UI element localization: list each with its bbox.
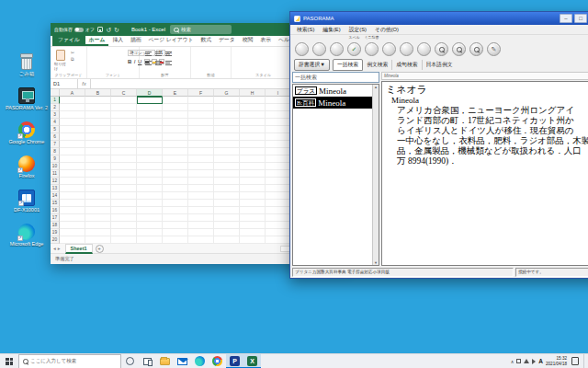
- marker-button[interactable]: ✎: [486, 35, 502, 56]
- cell-H5[interactable]: [240, 126, 266, 133]
- cell-C19[interactable]: [111, 229, 137, 236]
- cell-F19[interactable]: [188, 229, 214, 236]
- cell-I2[interactable]: [266, 104, 291, 111]
- cell-H8[interactable]: [240, 148, 266, 155]
- cell-I17[interactable]: [266, 214, 291, 222]
- column-header-I[interactable]: I: [266, 89, 291, 97]
- cell-G14[interactable]: [214, 192, 240, 200]
- cell-E3[interactable]: [163, 111, 188, 119]
- cell-F9[interactable]: [188, 155, 214, 163]
- cell-F7[interactable]: [188, 141, 214, 148]
- cell-F8[interactable]: [188, 148, 214, 155]
- cell-A5[interactable]: [60, 126, 85, 133]
- action-center-icon[interactable]: [571, 357, 579, 365]
- cell-E13[interactable]: [163, 185, 188, 192]
- cell-E12[interactable]: [163, 178, 188, 185]
- cell-D7[interactable]: [137, 141, 163, 148]
- scroll-up-icon[interactable]: ▲: [374, 85, 378, 89]
- menu-item-3[interactable]: その他(O): [371, 25, 402, 35]
- menu-item-1[interactable]: 編集(E): [319, 25, 344, 35]
- cell-A10[interactable]: [60, 163, 85, 170]
- network-icon[interactable]: [524, 359, 529, 363]
- cell-H16[interactable]: [240, 207, 266, 214]
- row-header-10[interactable]: 10: [51, 163, 60, 170]
- column-header-E[interactable]: E: [163, 89, 188, 97]
- cell-F13[interactable]: [188, 185, 214, 192]
- cell-D18[interactable]: [137, 222, 163, 229]
- cell-A11[interactable]: [60, 170, 85, 178]
- result-item-1[interactable]: B:百科Mineola: [293, 97, 379, 109]
- cell-I4[interactable]: [266, 119, 291, 126]
- cell-D17[interactable]: [137, 214, 163, 222]
- cell-C1[interactable]: [111, 97, 137, 104]
- history-forward-button[interactable]: [416, 35, 432, 56]
- cell-D10[interactable]: [137, 163, 163, 170]
- name-box[interactable]: D1: [51, 79, 78, 88]
- row-header-2[interactable]: 2: [51, 104, 60, 111]
- cell-B16[interactable]: [85, 207, 111, 214]
- autosave-toggle[interactable]: 自動保存 オフ: [54, 27, 95, 32]
- align-middle-icon[interactable]: [155, 52, 162, 56]
- cell-I9[interactable]: [266, 155, 291, 163]
- history-back-button[interactable]: [399, 35, 414, 56]
- desktop-icon-microsoft-edge[interactable]: ↗Microsoft Edge: [4, 224, 50, 247]
- row-header-12[interactable]: 12: [51, 178, 60, 185]
- cell-G4[interactable]: [214, 119, 240, 126]
- dict-search-input[interactable]: 一括検索: [292, 72, 379, 83]
- cell-H18[interactable]: [240, 222, 266, 229]
- cell-B14[interactable]: [85, 192, 111, 200]
- cell-A16[interactable]: [60, 207, 85, 214]
- cell-C14[interactable]: [111, 192, 137, 200]
- cell-D14[interactable]: [137, 192, 163, 200]
- cell-F5[interactable]: [188, 126, 214, 133]
- cell-G1[interactable]: [214, 97, 240, 104]
- cell-E11[interactable]: [163, 170, 188, 178]
- cell-G20[interactable]: [214, 236, 240, 244]
- row-header-3[interactable]: 3: [51, 111, 60, 119]
- cell-I13[interactable]: [266, 185, 291, 192]
- cell-E10[interactable]: [163, 163, 188, 170]
- cell-C8[interactable]: [111, 148, 137, 155]
- desktop-icon-pasorama-installer[interactable]: PASORAMA Ver. 2: [4, 87, 50, 110]
- start-button[interactable]: [0, 354, 18, 368]
- insert-function-icon[interactable]: fx: [78, 79, 91, 88]
- column-header-F[interactable]: F: [188, 89, 214, 97]
- cell-F6[interactable]: [188, 133, 214, 141]
- cell-B6[interactable]: [85, 133, 111, 141]
- cell-F4[interactable]: [188, 119, 214, 126]
- cell-H6[interactable]: [240, 133, 266, 141]
- cell-F10[interactable]: [188, 163, 214, 170]
- task-view-button[interactable]: [139, 354, 156, 368]
- column-header-D[interactable]: D: [137, 89, 163, 97]
- cell-A4[interactable]: [60, 119, 85, 126]
- row-header-15[interactable]: 15: [51, 200, 60, 207]
- align-top-icon[interactable]: [145, 52, 152, 56]
- ime-indicator[interactable]: A: [538, 358, 543, 364]
- cell-B17[interactable]: [85, 214, 111, 222]
- cell-D4[interactable]: [137, 119, 163, 126]
- cell-B13[interactable]: [85, 185, 111, 192]
- cell-C12[interactable]: [111, 178, 137, 185]
- cell-I8[interactable]: [266, 148, 291, 155]
- cell-H15[interactable]: [240, 200, 266, 207]
- cell-E2[interactable]: [163, 104, 188, 111]
- cell-A2[interactable]: [60, 104, 85, 111]
- cell-D3[interactable]: [137, 111, 163, 119]
- cell-C17[interactable]: [111, 214, 137, 222]
- add-sheet-button[interactable]: +: [96, 245, 104, 253]
- redo-icon[interactable]: ↻: [114, 27, 119, 33]
- file-explorer-button[interactable]: [156, 354, 174, 368]
- taskbar-search-box[interactable]: ここに入力して検索: [18, 354, 121, 368]
- cell-H9[interactable]: [240, 155, 266, 163]
- cell-F1[interactable]: [188, 97, 214, 104]
- cell-F20[interactable]: [188, 236, 214, 244]
- cell-A19[interactable]: [60, 229, 85, 236]
- cell-F17[interactable]: [188, 214, 214, 222]
- cell-H11[interactable]: [240, 170, 266, 178]
- format-i-button[interactable]: I: [134, 59, 136, 64]
- cell-I10[interactable]: [266, 163, 291, 170]
- mail-button[interactable]: [174, 354, 191, 368]
- cell-E17[interactable]: [163, 214, 188, 222]
- cell-C13[interactable]: [111, 185, 137, 192]
- cell-H20[interactable]: [240, 236, 266, 244]
